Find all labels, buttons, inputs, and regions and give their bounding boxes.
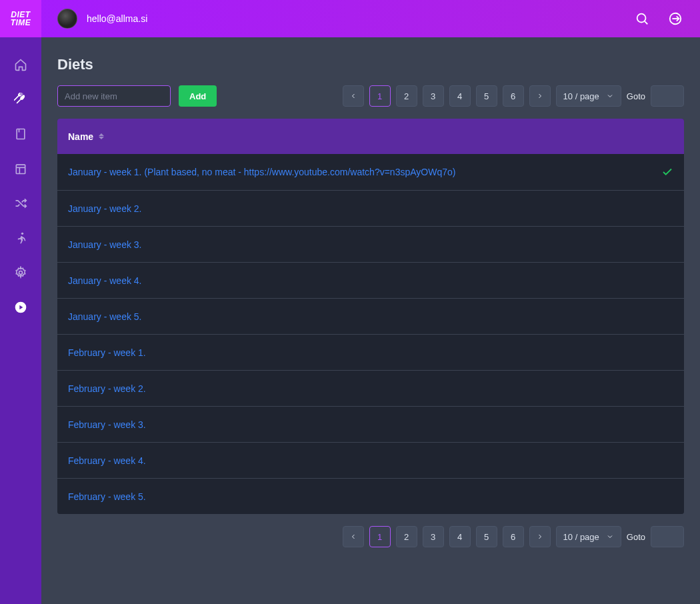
sidebar-run-icon[interactable] xyxy=(13,231,28,245)
add-item-input[interactable] xyxy=(57,85,171,107)
pager-page-5[interactable]: 5 xyxy=(476,85,497,107)
svg-point-0 xyxy=(637,14,646,23)
diet-link[interactable]: January - week 5. xyxy=(68,311,142,322)
logout-icon[interactable] xyxy=(668,11,683,26)
sort-icon xyxy=(99,133,104,139)
sidebar-home-icon[interactable] xyxy=(13,57,28,72)
logo-line2: TIME xyxy=(11,19,31,27)
pager-prev[interactable] xyxy=(343,85,364,107)
check-icon xyxy=(661,166,673,178)
table-row: February - week 4. xyxy=(57,442,684,478)
pager-page-3[interactable]: 3 xyxy=(423,526,444,547)
sidebar-gear-icon[interactable] xyxy=(13,265,28,280)
pager-page-6[interactable]: 6 xyxy=(503,85,524,107)
table-row: January - week 4. xyxy=(57,262,684,298)
svg-rect-6 xyxy=(16,165,25,173)
diet-link[interactable]: February - week 2. xyxy=(68,383,146,394)
pager-page-3[interactable]: 3 xyxy=(423,85,444,107)
toolbar: Add 12345610 / pageGoto xyxy=(57,85,684,107)
svg-point-10 xyxy=(19,271,23,275)
topbar-user[interactable]: hello@allma.si xyxy=(57,9,147,29)
column-name-label: Name xyxy=(68,131,93,142)
main-content: Diets Add 12345610 / pageGoto Name Janua… xyxy=(41,37,700,604)
logo[interactable]: DIET TIME xyxy=(0,0,41,37)
sidebar-diets-icon[interactable] xyxy=(13,92,28,107)
sidebar-calendar-icon[interactable] xyxy=(13,161,28,176)
topbar-actions xyxy=(635,11,683,26)
page-title: Diets xyxy=(57,56,684,73)
svg-line-1 xyxy=(645,21,647,24)
diet-link[interactable]: February - week 4. xyxy=(68,455,146,466)
add-button[interactable]: Add xyxy=(179,85,217,107)
goto-input[interactable] xyxy=(651,526,684,547)
search-icon[interactable] xyxy=(635,11,649,26)
table-row: February - week 1. xyxy=(57,334,684,370)
avatar xyxy=(57,9,77,29)
diet-link[interactable]: January - week 1. (Plant based, no meat … xyxy=(68,167,455,177)
table-row: February - week 2. xyxy=(57,370,684,406)
pager-next[interactable] xyxy=(529,526,551,547)
table-row: January - week 1. (Plant based, no meat … xyxy=(57,154,684,190)
pager-page-4[interactable]: 4 xyxy=(449,526,471,547)
goto-input[interactable] xyxy=(651,85,684,107)
per-page-label: 10 / page xyxy=(563,532,599,542)
pager-page-2[interactable]: 2 xyxy=(396,85,417,107)
per-page-select[interactable]: 10 / page xyxy=(556,526,621,547)
table-body: January - week 1. (Plant based, no meat … xyxy=(57,154,684,514)
pager-page-6[interactable]: 6 xyxy=(503,526,524,547)
pager-next[interactable] xyxy=(529,85,551,107)
sidebar-shuffle-icon[interactable] xyxy=(13,196,28,211)
pager-page-1[interactable]: 1 xyxy=(369,526,391,547)
diet-link[interactable]: January - week 2. xyxy=(68,203,142,214)
pager-page-2[interactable]: 2 xyxy=(396,526,417,547)
diet-link[interactable]: February - week 5. xyxy=(68,491,146,502)
diets-table: Name January - week 1. (Plant based, no … xyxy=(57,119,684,514)
topbar: DIET TIME hello@allma.si xyxy=(0,0,700,37)
svg-point-9 xyxy=(21,233,23,235)
table-row: January - week 2. xyxy=(57,190,684,226)
sidebar-play-icon[interactable] xyxy=(13,300,28,315)
per-page-select[interactable]: 10 / page xyxy=(556,85,621,107)
diet-link[interactable]: February - week 3. xyxy=(68,419,146,430)
chevron-down-icon xyxy=(606,92,614,100)
pager-prev[interactable] xyxy=(343,526,364,547)
pager-page-1[interactable]: 1 xyxy=(369,85,391,107)
table-header: Name xyxy=(57,119,684,154)
pager-page-5[interactable]: 5 xyxy=(476,526,497,547)
diet-link[interactable]: January - week 4. xyxy=(68,275,142,286)
table-row: January - week 5. xyxy=(57,298,684,334)
pagination-bottom: 12345610 / pageGoto xyxy=(343,526,684,547)
sidebar xyxy=(0,37,41,604)
pager-page-4[interactable]: 4 xyxy=(449,85,471,107)
table-row: January - week 3. xyxy=(57,226,684,262)
table-row: February - week 5. xyxy=(57,478,684,514)
per-page-label: 10 / page xyxy=(563,91,599,101)
goto-label: Goto xyxy=(627,532,645,542)
diet-link[interactable]: January - week 3. xyxy=(68,239,142,250)
svg-rect-4 xyxy=(17,129,25,139)
column-name[interactable]: Name xyxy=(68,131,104,142)
table-row: February - week 3. xyxy=(57,406,684,442)
diet-link[interactable]: February - week 1. xyxy=(68,347,146,358)
pagination-top: 12345610 / pageGoto xyxy=(343,85,684,107)
goto-label: Goto xyxy=(627,91,645,101)
chevron-down-icon xyxy=(606,533,614,541)
user-email: hello@allma.si xyxy=(87,13,147,24)
sidebar-book-icon[interactable] xyxy=(13,127,28,141)
